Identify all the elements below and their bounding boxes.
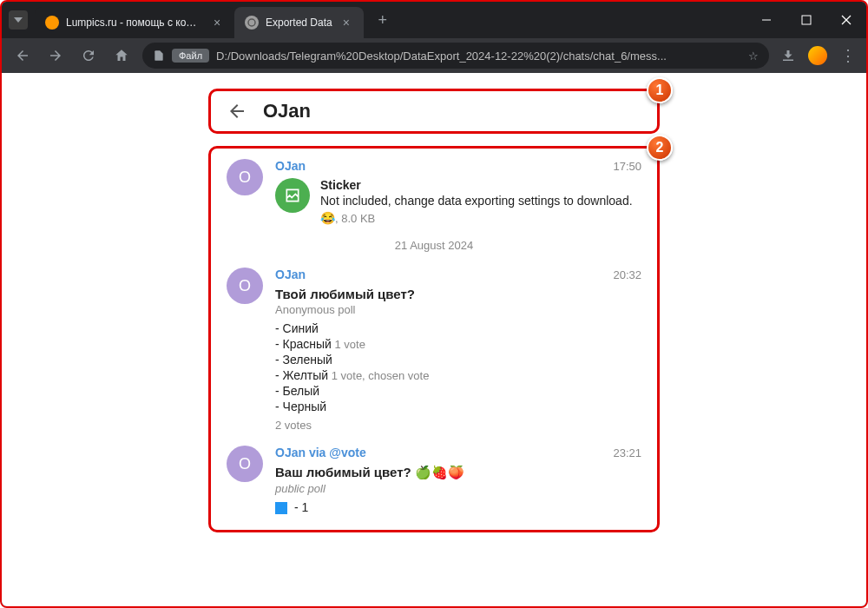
back-arrow-icon[interactable] <box>227 101 247 122</box>
poll-total: 2 votes <box>275 419 641 432</box>
date-separator: 21 August 2024 <box>227 239 641 252</box>
bookmark-icon[interactable]: ☆ <box>748 50 759 63</box>
address-bar[interactable]: Файл D:/Downloads/Telegram%20Desktop/Dat… <box>142 43 769 69</box>
tab-search-dropdown[interactable] <box>9 10 28 30</box>
poll-type: public poll <box>275 482 641 495</box>
sticker-desc: Not included, change data exporting sett… <box>320 194 633 208</box>
extension-avatar[interactable] <box>807 45 828 66</box>
emoji-icon: 😂 <box>320 211 335 225</box>
poll-option: - Желтый 1 vote, chosen vote <box>275 368 641 382</box>
poll-title: Твой любимый цвет? <box>275 287 641 301</box>
sticker-title: Sticker <box>320 178 633 192</box>
sticker-size: , 8.0 KB <box>335 212 375 225</box>
close-icon[interactable]: × <box>210 16 224 30</box>
tab-title: Lumpics.ru - помощь с компь <box>66 17 203 29</box>
close-button[interactable] <box>826 2 866 38</box>
favicon-icon <box>45 16 59 30</box>
message: O OJan 20:32 Твой любимый цвет? Anonymou… <box>227 268 641 432</box>
poll-option: - Черный <box>275 400 641 413</box>
poll-option: - Зеленый <box>275 353 641 367</box>
tab-title: Exported Data <box>266 17 332 29</box>
file-icon <box>153 50 165 62</box>
message: O OJan via @vote 23:21 Ваш любимый цвет?… <box>227 446 641 516</box>
message-time: 23:21 <box>613 446 641 459</box>
minimize-button[interactable] <box>746 2 786 38</box>
sticker-block: Sticker Not included, change data export… <box>275 178 641 225</box>
sender-name: OJan <box>275 268 306 281</box>
tab-row: Lumpics.ru - помощь с компь × Exported D… <box>9 2 746 38</box>
poll-option: - 1 <box>275 500 641 514</box>
svg-point-0 <box>248 19 255 26</box>
color-square-icon <box>275 502 287 514</box>
sticker-meta: 😂, 8.0 KB <box>320 211 633 225</box>
content-area: OJan 1 2 O OJan 17:50 Sti <box>2 73 866 606</box>
back-button[interactable] <box>10 43 35 68</box>
message: O OJan 17:50 Sticker Not included, chang… <box>227 159 641 225</box>
message-content: OJan 20:32 Твой любимый цвет? Anonymous … <box>275 268 641 432</box>
download-icon[interactable] <box>778 45 799 66</box>
menu-button[interactable]: ⋮ <box>837 45 858 66</box>
poll-option: - Белый <box>275 384 641 398</box>
callout-2: 2 <box>647 135 673 161</box>
close-icon[interactable]: × <box>339 16 353 30</box>
new-tab-button[interactable]: + <box>371 8 395 32</box>
window-controls <box>746 2 866 38</box>
message-content: OJan via @vote 23:21 Ваш любимый цвет? 🍏… <box>275 446 641 516</box>
tab-lumpics[interactable]: Lumpics.ru - помощь с компь × <box>35 7 234 38</box>
avatar: O <box>227 268 263 304</box>
callout-1: 1 <box>647 77 673 103</box>
svg-rect-2 <box>802 16 811 24</box>
forward-button[interactable] <box>43 43 68 68</box>
url-text: D:/Downloads/Telegram%20Desktop/DataExpo… <box>216 50 741 63</box>
titlebar: Lumpics.ru - помощь с компь × Exported D… <box>2 2 866 38</box>
poll-option: - Красный 1 vote <box>275 337 641 351</box>
avatar: O <box>227 159 263 195</box>
reload-button[interactable] <box>76 43 101 68</box>
poll-option: - Синий <box>275 321 641 335</box>
chat-name: OJan <box>263 100 311 122</box>
favicon-icon <box>245 16 259 30</box>
message-content: OJan 17:50 Sticker Not included, change … <box>275 159 641 225</box>
poll-title: Ваш любимый цвет? 🍏🍓🍑 <box>275 465 641 480</box>
home-button[interactable] <box>109 43 134 68</box>
maximize-button[interactable] <box>786 2 826 38</box>
chat-header: OJan 1 <box>208 89 660 134</box>
sticker-placeholder-icon <box>275 178 310 213</box>
sender-name: OJan via @vote <box>275 446 366 459</box>
browser-window: Lumpics.ru - помощь с компь × Exported D… <box>2 2 866 606</box>
file-chip: Файл <box>172 49 209 63</box>
avatar: O <box>227 446 263 482</box>
page: OJan 1 2 O OJan 17:50 Sti <box>2 73 866 606</box>
poll-type: Anonymous poll <box>275 303 641 316</box>
message-time: 20:32 <box>613 268 641 281</box>
toolbar: Файл D:/Downloads/Telegram%20Desktop/Dat… <box>2 38 866 73</box>
chat-body: 2 O OJan 17:50 Sticker Not included, cha <box>208 146 660 532</box>
tab-exported-data[interactable]: Exported Data × <box>234 7 364 38</box>
sender-name: OJan <box>275 159 306 173</box>
message-time: 17:50 <box>613 160 641 173</box>
